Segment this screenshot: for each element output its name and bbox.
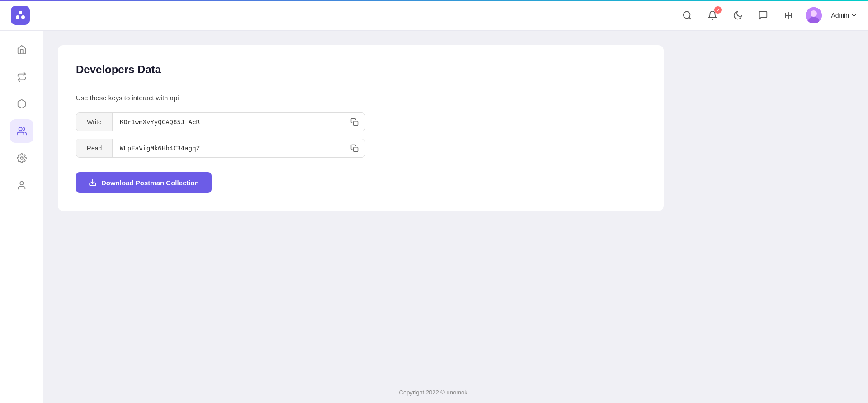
search-button[interactable] — [679, 7, 695, 23]
svg-point-1 — [16, 15, 19, 19]
copyright-text: Copyright 2022 © unomok. — [399, 389, 469, 396]
read-key-field: Read — [76, 139, 365, 158]
svg-point-0 — [19, 11, 22, 14]
developers-data-card: Developers Data Use these keys to intera… — [58, 45, 664, 211]
logo-icon[interactable] — [11, 6, 30, 25]
sidebar-item-settings[interactable] — [10, 146, 33, 170]
read-key-label: Read — [76, 139, 113, 157]
copy-icon — [350, 118, 359, 126]
sidebar-item-profile[interactable] — [10, 173, 33, 197]
notification-badge: 2 — [714, 6, 722, 14]
notification-button[interactable]: 2 — [704, 7, 721, 23]
section-description: Use these keys to interact with api — [76, 94, 646, 102]
admin-label-text: Admin — [831, 12, 849, 19]
read-key-input[interactable] — [113, 139, 344, 157]
main-content: Developers Data Use these keys to intera… — [43, 31, 868, 403]
write-key-label: Write — [76, 113, 113, 131]
sidebar-item-home[interactable] — [10, 38, 33, 61]
navbar: 2 Admin — [0, 0, 868, 31]
svg-point-13 — [19, 127, 22, 131]
sidebar-item-packages[interactable] — [10, 92, 33, 116]
download-postman-button[interactable]: Download Postman Collection — [76, 172, 212, 193]
read-key-copy-button[interactable] — [344, 140, 365, 157]
svg-rect-17 — [354, 147, 358, 152]
page-title: Developers Data — [76, 63, 646, 76]
dark-mode-button[interactable] — [730, 7, 746, 23]
top-accent-bar — [0, 0, 868, 1]
chat-button[interactable] — [755, 7, 771, 23]
svg-point-11 — [811, 10, 817, 17]
svg-line-5 — [689, 17, 691, 19]
write-key-field: Write — [76, 112, 365, 131]
download-icon — [89, 178, 97, 187]
download-button-label: Download Postman Collection — [101, 179, 199, 187]
copy-icon — [350, 144, 359, 152]
write-key-copy-button[interactable] — [344, 113, 365, 131]
grid-button[interactable] — [780, 7, 797, 23]
navbar-left — [11, 6, 30, 25]
svg-point-2 — [21, 15, 25, 19]
avatar[interactable] — [806, 7, 822, 23]
svg-rect-16 — [354, 121, 358, 126]
sidebar-item-users[interactable] — [10, 119, 33, 143]
sidebar-item-routes[interactable] — [10, 65, 33, 89]
svg-point-14 — [20, 157, 23, 159]
admin-menu[interactable]: Admin — [831, 12, 857, 19]
svg-point-15 — [20, 182, 23, 185]
write-key-input[interactable] — [113, 113, 344, 131]
svg-point-3 — [19, 14, 21, 16]
sidebar — [0, 31, 43, 403]
footer: Copyright 2022 © unomok. — [0, 382, 868, 403]
navbar-right: 2 Admin — [679, 7, 857, 23]
